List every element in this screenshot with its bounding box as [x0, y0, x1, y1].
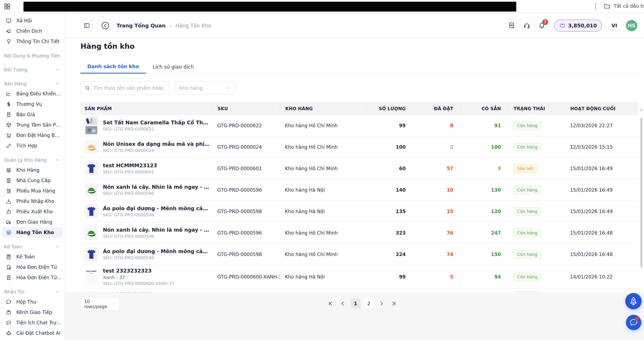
sidebar-section-header[interactable]: Nội Dung & Phương Tiện	[0, 51, 64, 61]
status-badge: Còn hàng	[513, 250, 541, 259]
sidebar-item[interactable]: Tích Hợp	[0, 140, 64, 151]
product-sku-caption: SKU: GTG-PRD-0000024	[103, 148, 210, 153]
sidebar-section-header[interactable]: Quản Lý Kho Hàng	[0, 155, 64, 165]
megaphone-icon	[6, 28, 12, 34]
column-header: HOẠT ĐỘNG CUỐI	[565, 102, 638, 115]
wallet-balance-button[interactable]: 3,850,010	[554, 20, 602, 32]
dollar-icon	[6, 101, 12, 107]
previous-page-button[interactable]	[338, 299, 347, 308]
wallet-balance: 3,850,010	[568, 23, 597, 29]
all-bookmarks-label: Tất cả dấu trang	[614, 3, 644, 9]
bookmarks-divider	[595, 3, 596, 10]
page-button-2[interactable]: 2	[364, 299, 374, 308]
ai-assistant-button[interactable]	[508, 22, 516, 29]
onboarding-rocket-button[interactable]	[625, 293, 642, 309]
sidebar-item[interactable]: Tiện Ích Chat Trực Tuy...	[0, 317, 64, 328]
tab-bar: Danh sách tồn kho Lịch sử giao dịch	[80, 60, 638, 74]
table-row[interactable]: SIZE CHARTGuidetest 2323232323Còn hàng	[80, 289, 638, 292]
sidebar-item[interactable]: Hộp Thư	[0, 297, 64, 307]
sidebar-item[interactable]: Kho Hàng	[0, 165, 64, 175]
avatar[interactable]: HS	[626, 20, 637, 31]
browser-bookmarks-bar: Tất cả dấu trang	[0, 0, 644, 13]
table-row[interactable]: Nón xanh lá cây. Nhìn là mê ngay - PROD …	[80, 222, 638, 244]
search-input[interactable]	[93, 85, 166, 91]
warehouse-cell: Kho hàng Hồ Chí Minh	[280, 158, 366, 179]
last-page-button[interactable]	[389, 299, 398, 308]
scrollbar-thumb[interactable]	[640, 117, 642, 267]
available-cell: 100	[461, 136, 508, 157]
sidebar-item[interactable]: Đơn Giao Hàng	[0, 217, 64, 227]
sidebar-section-header[interactable]: Bán Hàng	[0, 79, 64, 89]
sidebar-item[interactable]: Thương Vụ	[0, 99, 64, 109]
back-button[interactable]	[100, 21, 110, 30]
table-row[interactable]: Nón xanh lá cây. Nhìn là mê ngay - PROD …	[80, 179, 638, 201]
sidebar-item[interactable]: Kế Toán	[0, 252, 64, 262]
product-variant: Xanh - 37	[103, 275, 174, 280]
sidebar-section-header[interactable]: Nhắn Tin	[0, 287, 64, 297]
sidebar-item[interactable]: Nhà Cung Cấp	[0, 175, 64, 186]
warehouse-select-label: Kho hàng	[179, 85, 202, 91]
breadcrumb-inventory[interactable]: Hàng Tồn Kho	[175, 23, 211, 29]
sidebar-item[interactable]: Hóa Đơn Điện Tử Tự ...	[0, 272, 64, 283]
status-cell: Còn hàng	[508, 289, 565, 292]
sidebar-item[interactable]: Phiếu Mua Hàng	[0, 186, 64, 196]
search-box	[80, 81, 170, 95]
warehouse-select[interactable]: Kho hàng	[175, 81, 235, 95]
table-row[interactable]: test HCMMM23123SKU: GTG-PRD-0000601GTG-P…	[80, 158, 638, 179]
sku-cell: GTG-PRD-0000598	[212, 201, 280, 222]
table-row[interactable]: Nón Unisex đa dạng mẫu mã và phiên bản g…	[80, 136, 638, 158]
notifications-button[interactable]: 7	[538, 22, 545, 30]
sidebar-item[interactable]: Kênh Giao Tiếp	[0, 307, 64, 317]
sidebar-section-header[interactable]: Đối Tượng	[0, 65, 64, 75]
rows-per-page-select[interactable]: 10 rows/page	[80, 297, 120, 311]
sidebar-item[interactable]: Trung Tâm Sản Phẩm	[0, 120, 64, 130]
tray-in-icon	[6, 199, 12, 204]
table-row[interactable]: Set Tất Nam Caramella Thấp Cổ Thời Trang…	[80, 115, 638, 136]
next-page-button[interactable]	[377, 299, 386, 308]
product-name: Áo polo đại dương - Mênh mông cảm hứng -…	[103, 206, 210, 211]
sidebar-item-label: Xã Hội	[16, 18, 32, 24]
sidebar-item[interactable]: Cài Đặt Chatbot AI	[0, 328, 64, 338]
sidebar-item[interactable]: Phiếu Nhập Kho	[0, 196, 64, 207]
first-page-button[interactable]	[326, 299, 335, 308]
sku-cell	[212, 289, 280, 292]
chevron-up-icon	[55, 244, 60, 249]
sidebar-item[interactable]: Thông Tin Chi Tiết	[0, 36, 64, 47]
table-row[interactable]: Áo polo đại dương - Mênh mông cảm hứng -…	[80, 201, 638, 222]
sidebar-item[interactable]: Báo Giá	[0, 109, 64, 120]
sidebar-item-label: Đơn Giao Hàng	[16, 219, 52, 225]
apps-grid-icon[interactable]	[4, 3, 11, 10]
sidebar-toggle-button[interactable]	[81, 20, 93, 32]
page-button-1[interactable]: 1	[350, 299, 360, 308]
table-row[interactable]: SIZE CHARTGuidetest 2323232323Xanh - 37S…	[80, 265, 638, 289]
product-cell: Áo polo đại dương - Mênh mông cảm hứng -…	[80, 244, 212, 265]
quantity-cell: 135	[366, 201, 413, 222]
rocket-icon	[628, 296, 638, 306]
breadcrumb-overview[interactable]: Trang Tổng Quan	[116, 23, 166, 29]
table-row[interactable]: Áo polo đại dương - Mênh mông cảm hứng -…	[80, 244, 638, 265]
sidebar-item[interactable]: Xã Hội	[0, 16, 64, 26]
scrollbar-up-arrow[interactable]	[640, 109, 642, 111]
sidebar-item[interactable]: Hóa Đơn Điện Tử	[0, 262, 64, 272]
sidebar-item[interactable]: Phiếu Xuất Kho	[0, 207, 64, 217]
sidebar-item[interactable]: Bảng Điều Khiển Bán ...	[0, 89, 64, 99]
sidebar-item[interactable]: Chiến Dịch	[0, 26, 64, 36]
support-button[interactable]	[523, 22, 530, 29]
sidebar-item-label: Đơn Đặt Hàng Bán Hà...	[16, 132, 62, 138]
tab-transaction-history[interactable]: Lịch sử giao dịch	[146, 60, 200, 74]
warehouse-cell: Kho hàng Hồ Chí Minh	[280, 222, 366, 243]
live-chat-button[interactable]	[626, 315, 641, 330]
last-activity-cell: 15/01/2026 16:49	[565, 179, 638, 201]
all-bookmarks-button[interactable]: Tất cả dấu trang	[604, 3, 644, 10]
sidebar-item[interactable]: Đơn Đặt Hàng Bán Hà...	[0, 130, 64, 140]
available-cell	[461, 289, 508, 292]
bulb-icon	[6, 39, 12, 45]
sidebar-section-header[interactable]: Kế Toán	[0, 242, 64, 252]
product-cell: Set Tất Nam Caramella Thấp Cổ Thời Trang…	[80, 115, 212, 136]
tab-inventory-list[interactable]: Danh sách tồn kho	[80, 60, 146, 74]
chat-dots-icon	[6, 320, 12, 326]
calculator-icon	[6, 254, 12, 260]
sidebar-item[interactable]: Hàng Tồn Kho	[2, 227, 62, 238]
language-switcher[interactable]: VI	[612, 23, 617, 29]
sidebar: Xã HộiChiến DịchThông Tin Chi TiếtNội Du…	[0, 13, 65, 340]
